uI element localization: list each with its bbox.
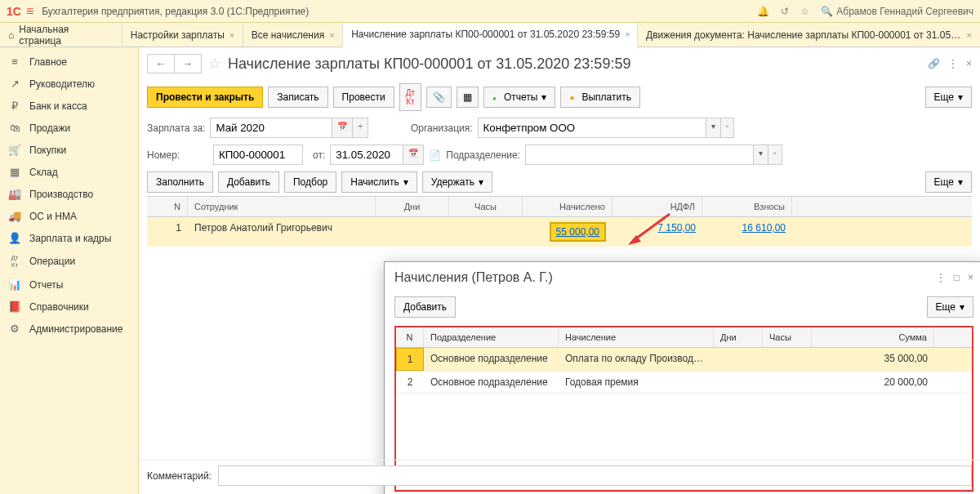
nav-bank[interactable]: ₽Банк и касса — [0, 95, 138, 117]
col-n[interactable]: N — [396, 327, 424, 347]
more-button[interactable]: Еще ▾ — [925, 171, 972, 193]
close-icon[interactable]: × — [329, 30, 334, 40]
nav-assets[interactable]: 🚚ОС и НМА — [0, 205, 138, 227]
col-sum[interactable]: Сумма — [812, 327, 934, 347]
tab-label: Движения документа: Начисление зарплаты … — [646, 29, 962, 41]
add-button[interactable]: Добавить — [218, 171, 279, 193]
col-accrual[interactable]: Начисление — [559, 327, 714, 347]
payout-button[interactable]: Выплатить — [560, 87, 640, 108]
close-icon[interactable]: × — [966, 58, 972, 69]
col-accrued[interactable]: Начислено — [523, 197, 612, 216]
list-icon: ≡ — [8, 56, 21, 68]
forward-button[interactable]: → — [175, 55, 201, 73]
link-icon[interactable]: 🔗 — [928, 58, 940, 69]
dropdown-icon[interactable]: ▾ — [706, 118, 721, 138]
nav-label: Банк и касса — [29, 100, 87, 112]
open-icon[interactable]: ▫ — [768, 145, 782, 165]
salary-for-input[interactable] — [210, 118, 332, 138]
cell-contrib[interactable]: 16 610,00 — [702, 217, 792, 247]
nav-label: Главное — [29, 56, 67, 68]
chevron-down-icon: ▾ — [403, 176, 408, 188]
nav-main[interactable]: ≡Главное — [0, 51, 138, 73]
search-icon: 🔍 — [821, 6, 833, 17]
layers-button[interactable]: ▦ — [457, 87, 479, 108]
nav-purchases[interactable]: 🛒Покупки — [0, 139, 138, 161]
kebab-icon[interactable]: ⋮ — [948, 58, 958, 69]
accrue-button[interactable]: Начислить ▾ — [341, 171, 416, 193]
fill-button[interactable]: Заполнить — [147, 171, 213, 193]
col-contributions[interactable]: Взносы — [702, 197, 792, 216]
select-button[interactable]: Подбор — [284, 171, 336, 193]
date-input[interactable] — [330, 145, 403, 165]
col-days[interactable]: Дни — [714, 327, 763, 347]
ndfl-value: 7 150,00 — [657, 222, 696, 234]
person-icon: 👤 — [8, 232, 21, 244]
popup-more-button[interactable]: Еще ▾ — [927, 296, 973, 318]
calendar-icon[interactable]: 📅 — [332, 118, 353, 138]
nav-sales[interactable]: 🛍Продажи — [0, 117, 138, 139]
col-hours[interactable]: Часы — [763, 327, 812, 347]
nav-manager[interactable]: ↗Руководителю — [0, 73, 138, 95]
cell-accrued[interactable]: 55 000,00 — [523, 217, 612, 247]
nav-operations[interactable]: ДтКтОперации — [0, 249, 138, 274]
nav-admin[interactable]: ⚙Администрирование — [0, 318, 138, 340]
number-input[interactable] — [213, 145, 303, 165]
bell-icon[interactable]: 🔔 — [757, 6, 769, 17]
dtkt-button[interactable]: ДтКт — [399, 83, 421, 111]
reports-button[interactable]: Отчеты ▾ — [483, 87, 555, 108]
history-icon[interactable]: ↺ — [781, 6, 789, 17]
close-icon[interactable]: × — [625, 29, 630, 39]
tab-doc-movements[interactable]: Движения документа: Начисление зарплаты … — [637, 23, 980, 47]
close-icon[interactable]: × — [967, 30, 972, 40]
user-search[interactable]: 🔍 Абрамов Геннадий Сергеевич — [821, 6, 973, 17]
col-employee[interactable]: Сотрудник — [188, 197, 376, 216]
calendar-icon[interactable]: 📅 — [403, 145, 424, 165]
nav-reports[interactable]: 📊Отчеты — [0, 274, 138, 296]
division-input[interactable] — [525, 145, 754, 165]
popup-row[interactable]: 2 Основное подразделение Годовая премия … — [396, 372, 972, 394]
col-days[interactable]: Дни — [376, 197, 449, 216]
popup-row[interactable]: 1 Основное подразделение Оплата по оклад… — [396, 348, 972, 372]
cell-ndfl[interactable]: 7 150,00 — [612, 217, 702, 247]
nav-label: Операции — [29, 256, 75, 267]
comment-input[interactable] — [218, 465, 972, 486]
tab-payroll-doc[interactable]: Начисление зарплаты КП00-000001 от 31.05… — [342, 23, 637, 47]
more-button[interactable]: Еще ▾ — [925, 87, 972, 108]
home-tab[interactable]: ⌂ Начальная страница — [0, 23, 122, 47]
attach-button[interactable]: 📎 — [426, 87, 452, 108]
submit-close-button[interactable]: Провести и закрыть — [147, 87, 263, 108]
favorite-star[interactable]: ☆ — [208, 55, 221, 73]
save-button[interactable]: Записать — [268, 87, 327, 108]
col-ndfl[interactable]: НДФЛ — [612, 197, 702, 216]
star-icon[interactable]: ☆ — [800, 6, 809, 17]
main-menu-icon[interactable]: ≡ — [26, 4, 33, 19]
cart-icon: 🛒 — [8, 144, 21, 156]
close-icon[interactable]: × — [229, 30, 234, 40]
open-icon[interactable]: ▫ — [721, 118, 735, 138]
withhold-button[interactable]: Удержать ▾ — [422, 171, 492, 193]
tab-settings[interactable]: Настройки зарплаты × — [122, 23, 243, 47]
popup-add-button[interactable]: Добавить — [394, 296, 456, 318]
maximize-icon[interactable]: □ — [954, 272, 960, 283]
content-area: ← → ☆ Начисление зарплаты КП00-000001 от… — [139, 47, 980, 494]
cell-accrual: Годовая премия — [559, 372, 714, 393]
tab-all-accruals[interactable]: Все начисления × — [243, 23, 342, 47]
col-hours[interactable]: Часы — [449, 197, 523, 216]
nav-warehouse[interactable]: ▦Склад — [0, 161, 138, 183]
col-dep[interactable]: Подразделение — [424, 327, 559, 347]
label: Еще — [934, 176, 954, 188]
back-button[interactable]: ← — [148, 55, 175, 73]
dropdown-icon[interactable]: ▾ — [754, 145, 768, 165]
col-n[interactable]: N — [147, 197, 188, 216]
label: Выплатить — [581, 91, 631, 103]
nav-production[interactable]: 🏭Производство — [0, 183, 138, 205]
kebab-icon[interactable]: ⋮ — [936, 272, 946, 283]
nav-salary[interactable]: 👤Зарплата и кадры — [0, 227, 138, 249]
org-input[interactable] — [478, 118, 706, 138]
table-row[interactable]: 1 Петров Анатолий Григорьевич 55 000,00 … — [147, 217, 972, 247]
close-icon[interactable]: × — [968, 272, 973, 283]
submit-button[interactable]: Провести — [333, 87, 394, 108]
stepper-icon[interactable]: ÷ — [353, 118, 368, 138]
nav-refs[interactable]: 📕Справочники — [0, 296, 138, 318]
chart-icon: 📊 — [8, 278, 21, 291]
